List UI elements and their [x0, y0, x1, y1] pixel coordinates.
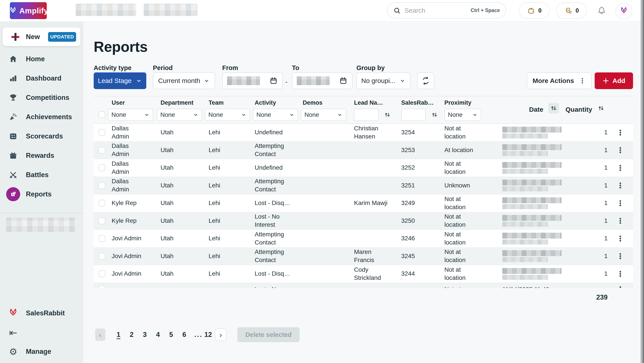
row-menu-button[interactable] [608, 129, 633, 136]
row-menu-button[interactable] [608, 283, 633, 288]
cell-activity: Attempting Contact [255, 230, 292, 247]
amplify-logo[interactable]: Amplify [10, 2, 47, 19]
table-row[interactable]: Jovi Admin Utah Lehi Attempting Contact … [94, 230, 633, 248]
col-team[interactable]: Team [208, 99, 224, 106]
page-3-button[interactable]: 3 [138, 331, 151, 339]
chevron-down-icon [337, 112, 342, 118]
table-row[interactable]: Kyle Rep Utah Lehi Lost - No Interest 32… [94, 212, 633, 230]
search-input[interactable]: Search Ctrl + Space [387, 3, 506, 19]
sort-salesrabbit-button[interactable] [429, 110, 440, 120]
row-checkbox[interactable] [98, 217, 105, 224]
row-checkbox[interactable] [98, 200, 105, 207]
row-menu-button[interactable] [608, 182, 633, 189]
select-all-checkbox[interactable] [98, 111, 105, 118]
from-date-input[interactable] [222, 72, 283, 89]
next-page-button[interactable]: › [215, 328, 226, 341]
row-menu-button[interactable] [608, 146, 633, 154]
sort-date-button[interactable] [548, 103, 559, 114]
more-actions-button[interactable]: More Actions [527, 72, 592, 89]
row-menu-button[interactable] [608, 235, 633, 242]
page-6-button[interactable]: 6 [178, 331, 191, 339]
sidebar-item-competitions[interactable]: Competitions [0, 88, 83, 107]
sidebar-item-battles[interactable]: Battles [0, 165, 83, 185]
table-row[interactable]: Dallas Admin Utah Lehi Undefined Christi… [94, 124, 633, 142]
sort-lead-name-button[interactable] [382, 110, 393, 120]
row-checkbox[interactable] [98, 182, 105, 189]
cell-team: Lehi [208, 199, 220, 207]
user-avatar[interactable] [616, 3, 632, 19]
delete-selected-button[interactable]: Delete selected [237, 327, 300, 342]
row-menu-button[interactable] [608, 199, 633, 207]
refresh-button[interactable] [417, 72, 434, 89]
redacted-team-name[interactable] [144, 4, 198, 16]
col-user[interactable]: User [112, 99, 125, 106]
sidebar-item-manage[interactable]: ⚙ Manage [0, 342, 83, 361]
sidebar-item-rewards[interactable]: Rewards [0, 146, 83, 165]
row-menu-button[interactable] [608, 217, 633, 224]
team-filter-select[interactable]: None [205, 109, 250, 121]
col-proximity[interactable]: Proximity [444, 99, 471, 106]
page-1-button[interactable]: 1 [112, 331, 125, 339]
cell-activity: Lost - Disq… [255, 199, 290, 207]
sidebar-item-dashboard[interactable]: Dashboard [0, 69, 83, 88]
demos-filter-select[interactable]: None [301, 109, 346, 121]
activity-filter-select[interactable]: None [253, 109, 298, 121]
page-5-button[interactable]: 5 [164, 331, 178, 339]
table-row[interactable]: Kyle Rep Utah Lehi Lost - Disq… Karim Ma… [94, 194, 633, 212]
user-filter-select[interactable]: None [108, 109, 153, 121]
col-quantity[interactable]: Quantity [566, 106, 592, 113]
row-checkbox[interactable] [98, 253, 105, 260]
row-checkbox[interactable] [98, 270, 105, 277]
cell-quantity: 1 [604, 128, 608, 137]
lead-name-filter-input[interactable] [354, 109, 378, 121]
col-lead-name[interactable]: Lead Na… [354, 99, 383, 106]
row-checkbox[interactable] [98, 235, 105, 242]
page-12-button[interactable]: 12 [204, 331, 212, 339]
row-menu-button[interactable] [608, 270, 633, 278]
redacted-account-name[interactable] [76, 4, 136, 16]
col-department[interactable]: Department [160, 99, 194, 106]
sort-quantity-button[interactable] [596, 103, 606, 114]
sidebar-item-scorecards[interactable]: Scorecards [0, 127, 83, 146]
to-date-input[interactable] [292, 72, 352, 89]
page-2-button[interactable]: 2 [125, 331, 138, 339]
new-button[interactable]: New UPDATED [3, 28, 80, 46]
table-row[interactable]: Lost - No Interest Not at location 11/14… [94, 283, 633, 288]
col-demos[interactable]: Demos [303, 99, 322, 106]
table-row[interactable]: Jovi Admin Utah Lehi Attempting Contact … [94, 248, 633, 265]
table-row[interactable]: Jovi Admin Utah Lehi Lost - Disq… Cody S… [94, 265, 633, 283]
sidebar-item-home[interactable]: Home [0, 49, 83, 69]
sidebar-item-achievements[interactable]: Achievements [0, 107, 83, 127]
department-filter-select[interactable]: None [157, 109, 202, 121]
row-checkbox[interactable] [98, 147, 105, 154]
row-checkbox[interactable] [98, 285, 105, 288]
redacted-user-name[interactable] [6, 217, 75, 232]
collapse-sidebar-button[interactable]: ⇤ [0, 323, 83, 342]
points-pill[interactable]: 0 [556, 3, 587, 19]
period-dropdown[interactable]: Current month [153, 72, 215, 89]
prev-page-button[interactable]: ‹ [95, 328, 105, 341]
col-salesrabbit[interactable]: SalesRab… [401, 99, 434, 106]
wallet-pill[interactable]: 0 [519, 3, 550, 19]
vertical-scrollbar[interactable] [641, 0, 644, 363]
add-button[interactable]: Add [595, 72, 633, 89]
sidebar-item-reports[interactable]: Reports [0, 185, 83, 204]
row-checkbox[interactable] [98, 129, 105, 136]
sidebar-item-salesrabbit[interactable]: SalesRabbit [0, 303, 83, 323]
table-row[interactable]: Dallas Admin Utah Lehi Attempting Contac… [94, 177, 633, 195]
table-row[interactable]: Dallas Admin Utah Lehi Undefined 3252 No… [94, 159, 633, 177]
table-row[interactable]: Dallas Admin Utah Lehi Attempting Contac… [94, 142, 633, 159]
page-4-button[interactable]: 4 [151, 331, 164, 339]
proximity-filter-select[interactable]: None [444, 109, 481, 121]
row-checkbox[interactable] [98, 164, 105, 171]
row-menu-button[interactable] [608, 164, 633, 172]
redacted-date [502, 215, 562, 227]
group-by-dropdown[interactable]: No groupi... [356, 72, 410, 89]
col-activity[interactable]: Activity [255, 99, 276, 106]
scrollbar-thumb[interactable] [642, 0, 644, 363]
col-date[interactable]: Date [529, 106, 543, 113]
salesrabbit-filter-input[interactable] [401, 109, 426, 121]
row-menu-button[interactable] [608, 252, 633, 260]
activity-type-dropdown[interactable]: Lead Stage [94, 72, 146, 89]
notifications-bell-icon[interactable] [596, 5, 607, 17]
